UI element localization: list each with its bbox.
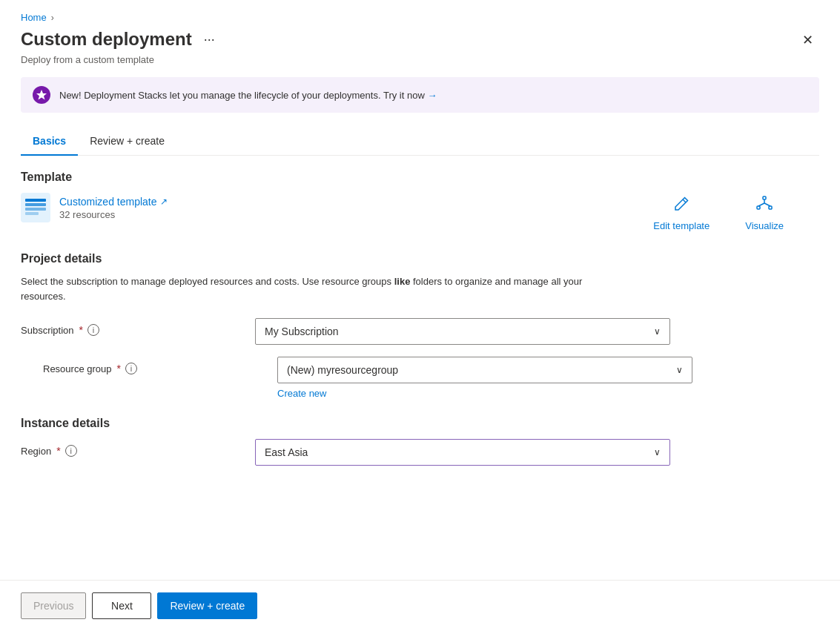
svg-rect-3: [25, 208, 46, 211]
visualize-label: Visualize: [745, 220, 784, 231]
region-row: Region * i East Asia ∨: [21, 439, 819, 466]
edit-template-button[interactable]: Edit template: [647, 193, 715, 234]
subscription-row: Subscription * i My Subscription ∨: [21, 318, 819, 345]
review-create-button[interactable]: Review + create: [157, 592, 257, 619]
breadcrumb-home[interactable]: Home: [21, 12, 47, 23]
deployment-stacks-banner: New! Deployment Stacks let you manage th…: [21, 77, 819, 113]
visualize-button[interactable]: Visualize: [739, 193, 790, 234]
external-link-icon: ↗: [160, 196, 168, 207]
region-label: Region: [21, 446, 51, 457]
subscription-info-icon[interactable]: i: [87, 324, 99, 336]
resource-group-control: (New) myresourcegroup ∨ Create new: [277, 357, 692, 399]
svg-rect-2: [25, 203, 46, 206]
close-button[interactable]: ✕: [796, 29, 819, 51]
instance-section: Instance details Region * i East Asia ∨: [21, 417, 819, 466]
subscription-value: My Subscription: [265, 326, 339, 337]
resource-group-dropdown[interactable]: (New) myresourcegroup ∨: [277, 357, 692, 383]
svg-line-10: [764, 203, 770, 206]
breadcrumb: Home ›: [21, 12, 819, 23]
banner-icon: [33, 86, 50, 104]
resource-group-value: (New) myresourcegroup: [287, 364, 398, 376]
footer: Previous Next Review + create: [0, 580, 840, 631]
svg-rect-1: [25, 199, 46, 202]
edit-template-label: Edit template: [653, 220, 710, 231]
template-icon: [21, 193, 50, 222]
page-title: Custom deployment: [21, 29, 192, 50]
next-button[interactable]: Next: [92, 592, 151, 619]
subscription-required: *: [79, 324, 83, 336]
project-section-title: Project details: [21, 252, 819, 265]
template-info: Customized template ↗ 32 resources: [21, 193, 629, 222]
banner-text: New! Deployment Stacks let you manage th…: [59, 90, 807, 101]
resource-group-label-group: Resource group * i: [43, 357, 265, 374]
region-dropdown[interactable]: East Asia ∨: [255, 439, 670, 466]
region-required: *: [56, 445, 60, 457]
page-header: Custom deployment ··· ✕: [21, 29, 819, 51]
more-options-button[interactable]: ···: [199, 30, 219, 49]
subscription-label: Subscription: [21, 325, 74, 336]
region-label-group: Region * i: [21, 439, 243, 457]
project-description: Select the subscription to manage deploy…: [21, 274, 629, 303]
svg-line-9: [758, 203, 764, 206]
template-section: Template Customized template ↗: [21, 171, 819, 234]
banner-link[interactable]: →: [427, 90, 437, 101]
region-info-icon[interactable]: i: [65, 445, 77, 457]
subscription-control: My Subscription ∨: [255, 318, 670, 345]
tabs: Basics Review + create: [21, 128, 819, 156]
svg-rect-7: [769, 206, 772, 209]
template-card: Customized template ↗ 32 resources Edit …: [21, 193, 819, 234]
svg-rect-5: [763, 196, 766, 199]
resource-group-chevron-icon: ∨: [676, 365, 683, 375]
template-section-title: Template: [21, 171, 819, 184]
resource-group-label: Resource group: [43, 363, 112, 374]
region-control: East Asia ∨: [255, 439, 670, 466]
create-new-link[interactable]: Create new: [277, 388, 326, 399]
subscription-label-group: Subscription * i: [21, 318, 243, 336]
region-chevron-icon: ∨: [654, 447, 661, 457]
template-details: Customized template ↗ 32 resources: [59, 196, 168, 220]
resource-group-required: *: [117, 363, 121, 374]
region-value: East Asia: [265, 446, 308, 458]
svg-rect-4: [25, 212, 39, 215]
project-section: Project details Select the subscription …: [21, 252, 819, 399]
resource-group-row: Resource group * i (New) myresourcegroup…: [21, 357, 819, 399]
breadcrumb-separator: ›: [51, 13, 54, 23]
resource-group-info-icon[interactable]: i: [125, 363, 137, 374]
tab-basics[interactable]: Basics: [21, 128, 78, 156]
previous-button[interactable]: Previous: [21, 592, 86, 619]
svg-rect-6: [757, 206, 760, 209]
template-actions: Edit template Visualize: [647, 193, 819, 234]
instance-section-title: Instance details: [21, 417, 819, 430]
subscription-chevron-icon: ∨: [654, 326, 661, 337]
template-resources: 32 resources: [59, 209, 168, 220]
tab-review-create[interactable]: Review + create: [78, 128, 176, 156]
subscription-dropdown[interactable]: My Subscription ∨: [255, 318, 670, 345]
page-subtitle: Deploy from a custom template: [21, 54, 819, 65]
visualize-icon: [756, 196, 773, 216]
edit-icon: [673, 196, 689, 216]
template-name-link[interactable]: Customized template ↗: [59, 196, 168, 208]
page-title-section: Custom deployment ···: [21, 29, 219, 50]
